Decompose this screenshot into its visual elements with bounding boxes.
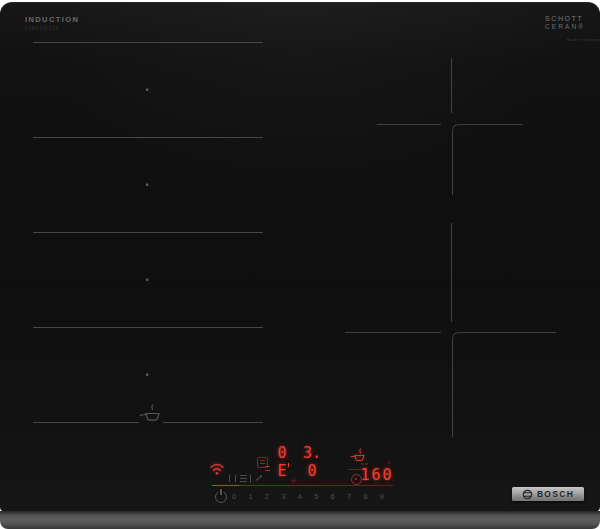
level-key-7[interactable]: 7 (347, 492, 351, 501)
fry-sensor-icon[interactable] (350, 448, 366, 462)
level-dot: · (373, 494, 375, 500)
status-icon-row (229, 474, 262, 483)
level-key-2[interactable]: 2 (265, 492, 269, 501)
level-key-9[interactable]: 9 (380, 492, 384, 501)
level-slider-strip[interactable]: 0 · 1 · 2 · 3 · 4 · 5 · 6 · 7 · 8 · 9 (232, 491, 384, 502)
level-key-1[interactable]: 1 (248, 492, 252, 501)
front-trim-strip (0, 511, 600, 529)
cooktop-product-photo: INDUCTION PXE631FC1E SCHOTT CERAN® Made … (0, 0, 600, 529)
bosch-logo-text: BOSCH (537, 489, 574, 499)
level-dot: · (356, 494, 358, 500)
level-dot: · (307, 494, 309, 500)
bosch-badge: BOSCH (512, 487, 584, 501)
level-dot: · (291, 494, 293, 500)
level-key-6[interactable]: 6 (331, 492, 335, 501)
zone-rear-right-marking (377, 58, 523, 195)
wifi-icon[interactable] (209, 462, 225, 476)
bosch-armature-icon (522, 489, 533, 500)
power-icon[interactable] (215, 490, 227, 502)
display-rear-left-zone[interactable]: 0 (271, 444, 293, 462)
move-pan-icon (265, 465, 270, 472)
cleaning-pause-icon (255, 475, 262, 482)
child-lock-icon (240, 475, 247, 482)
pause-icon (229, 475, 236, 482)
level-key-5[interactable]: 5 (314, 492, 318, 501)
flex-zone-left-lines (33, 43, 263, 423)
level-slider-line[interactable] (212, 485, 393, 487)
display-front-left-zone[interactable]: E (271, 462, 293, 480)
level-dot: · (323, 494, 325, 500)
timer-temperature-display[interactable]: 160 (354, 466, 400, 484)
timer-unit-right: °C (386, 460, 391, 465)
power-bar (220, 489, 222, 495)
level-dot: · (241, 494, 243, 500)
level-key-3[interactable]: 3 (281, 492, 285, 501)
zone-front-right-marking (345, 223, 556, 437)
display-rear-right-zone[interactable]: 3. (301, 444, 323, 462)
separator (250, 475, 251, 483)
zone-markings (0, 2, 600, 514)
display-front-right-zone[interactable]: 0 (301, 462, 323, 480)
level-dot: · (274, 494, 276, 500)
level-key-4[interactable]: 4 (298, 492, 302, 501)
level-key-0[interactable]: 0 (232, 492, 236, 501)
level-dot: · (258, 494, 260, 500)
fry-sensor-etch-icon (140, 405, 159, 420)
level-key-8[interactable]: 8 (363, 492, 367, 501)
level-dot: · (340, 494, 342, 500)
cooktop-glass: INDUCTION PXE631FC1E SCHOTT CERAN® Made … (0, 2, 600, 512)
